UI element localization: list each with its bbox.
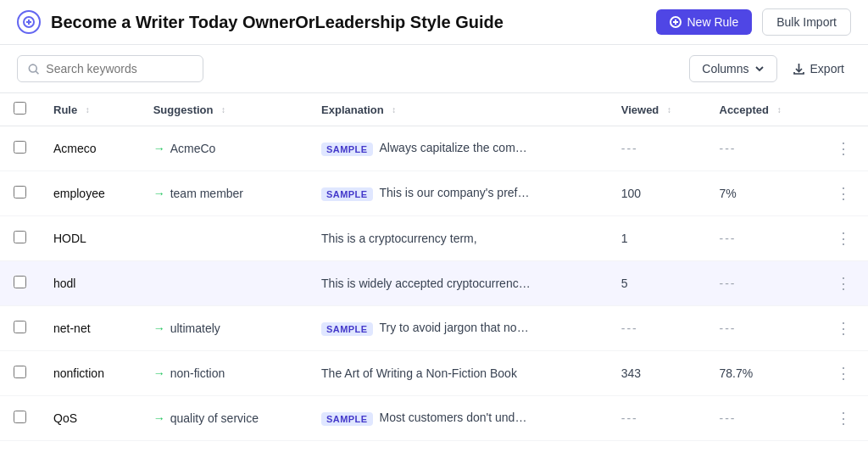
search-input[interactable] xyxy=(46,62,192,75)
row-checkbox-cell[interactable] xyxy=(0,396,40,441)
viewed-sort-icon[interactable]: ↕ xyxy=(667,106,671,115)
row-checkbox-cell[interactable] xyxy=(0,261,40,306)
select-all-cell[interactable] xyxy=(0,93,40,126)
explanation-text: Always capitalize the com… xyxy=(380,141,527,154)
col-rule-label: Rule xyxy=(53,103,77,116)
suggestion-cell: →quality of service xyxy=(140,396,308,441)
table-header-row: Rule ↕ Suggestion ↕ Explanation ↕ Viewed… xyxy=(0,93,868,126)
suggestion-text: AcmeCo xyxy=(170,142,216,155)
arrow-icon: → xyxy=(153,187,165,200)
svg-point-6 xyxy=(29,64,36,72)
explanation-cell: SAMPLEAlways capitalize the com… xyxy=(308,126,608,171)
search-icon xyxy=(28,63,39,75)
row-checkbox[interactable] xyxy=(14,411,26,423)
row-checkbox[interactable] xyxy=(14,276,26,288)
col-header-actions xyxy=(819,93,868,126)
table-row: net-net→ultimatelySAMPLETry to avoid jar… xyxy=(0,306,868,351)
row-actions-button[interactable]: ⋮ xyxy=(832,227,854,249)
new-rule-button[interactable]: New Rule xyxy=(656,9,752,35)
suggestion-sort-icon[interactable]: ↕ xyxy=(221,106,225,115)
rule-sort-icon[interactable]: ↕ xyxy=(86,106,90,115)
row-checkbox-cell[interactable] xyxy=(0,126,40,171)
row-checkbox-cell[interactable] xyxy=(0,306,40,351)
col-header-accepted[interactable]: Accepted ↕ xyxy=(706,93,820,126)
export-button[interactable]: Export xyxy=(786,56,851,81)
col-header-suggestion[interactable]: Suggestion ↕ xyxy=(140,93,308,126)
select-all-checkbox[interactable] xyxy=(14,102,26,115)
explanation-sort-icon[interactable]: ↕ xyxy=(392,106,396,115)
sample-badge: SAMPLE xyxy=(321,322,372,336)
viewed-cell: 5 xyxy=(608,261,706,306)
col-header-explanation[interactable]: Explanation ↕ xyxy=(308,93,608,126)
viewed-cell: 343 xyxy=(608,351,706,396)
action-cell[interactable]: ⋮ xyxy=(819,261,868,306)
sample-badge: SAMPLE xyxy=(321,187,372,201)
col-accepted-label: Accepted xyxy=(720,103,770,116)
sample-badge: SAMPLE xyxy=(321,143,372,156)
accepted-sort-icon[interactable]: ↕ xyxy=(777,106,782,115)
action-cell[interactable]: ⋮ xyxy=(819,171,868,216)
accepted-cell: --- xyxy=(706,306,820,351)
svg-line-7 xyxy=(36,71,38,74)
accepted-cell: --- xyxy=(706,216,820,261)
action-cell[interactable]: ⋮ xyxy=(819,351,868,396)
rule-cell: nonfiction xyxy=(40,351,140,396)
explanation-cell: The Art of Writing a Non-Fiction Book xyxy=(308,351,608,396)
viewed-cell: --- xyxy=(608,306,706,351)
table-row: hodlThis is widely accepted cryptocurren… xyxy=(0,261,868,306)
action-cell[interactable]: ⋮ xyxy=(819,126,868,171)
new-rule-label: New Rule xyxy=(687,15,738,29)
accepted-cell: --- xyxy=(706,396,820,441)
viewed-dashes: --- xyxy=(621,411,638,425)
export-label: Export xyxy=(810,62,844,75)
accepted-dashes: --- xyxy=(720,321,737,335)
col-viewed-label: Viewed xyxy=(621,103,659,116)
row-checkbox[interactable] xyxy=(14,186,26,198)
row-actions-button[interactable]: ⋮ xyxy=(832,272,854,294)
row-checkbox[interactable] xyxy=(14,141,26,154)
table-row: HODLThis is a cryptocurrency term,1---⋮ xyxy=(0,216,868,261)
viewed-cell: 100 xyxy=(608,171,706,216)
columns-button[interactable]: Columns xyxy=(689,55,776,82)
bulk-import-button[interactable]: Bulk Import xyxy=(762,8,851,36)
header-icon xyxy=(17,10,41,34)
page-header: Become a Writer Today OwnerOrLeadership … xyxy=(0,0,868,45)
row-checkbox-cell[interactable] xyxy=(0,216,40,261)
accepted-cell: 78.7% xyxy=(706,351,820,396)
page-title: Become a Writer Today OwnerOrLeadership … xyxy=(51,13,646,32)
row-actions-button[interactable]: ⋮ xyxy=(832,317,854,339)
rule-cell: HODL xyxy=(40,216,140,261)
search-box[interactable] xyxy=(17,55,203,82)
action-cell[interactable]: ⋮ xyxy=(819,396,868,441)
rule-cell: hodl xyxy=(40,261,140,306)
arrow-icon: → xyxy=(153,142,165,155)
explanation-text: This is widely accepted cryptocurrenc… xyxy=(321,277,531,290)
suggestion-cell: →team member xyxy=(140,171,308,216)
row-checkbox[interactable] xyxy=(14,231,26,243)
explanation-text: The Art of Writing a Non-Fiction Book xyxy=(321,366,517,380)
row-actions-button[interactable]: ⋮ xyxy=(832,137,854,159)
export-icon xyxy=(793,63,805,75)
suggestion-text: team member xyxy=(170,187,243,200)
sample-badge: SAMPLE xyxy=(321,412,372,426)
col-header-rule[interactable]: Rule ↕ xyxy=(40,93,140,126)
row-actions-button[interactable]: ⋮ xyxy=(832,407,854,429)
col-header-viewed[interactable]: Viewed ↕ xyxy=(608,93,706,126)
suggestion-cell xyxy=(140,216,308,261)
row-actions-button[interactable]: ⋮ xyxy=(832,182,854,204)
explanation-text: Most customers don't und… xyxy=(380,411,527,424)
row-checkbox-cell[interactable] xyxy=(0,351,40,396)
row-checkbox[interactable] xyxy=(14,366,26,378)
action-cell[interactable]: ⋮ xyxy=(819,306,868,351)
row-checkbox-cell[interactable] xyxy=(0,171,40,216)
row-actions-button[interactable]: ⋮ xyxy=(832,362,854,384)
explanation-cell: SAMPLEThis is our company's pref… xyxy=(308,171,608,216)
rules-table-wrapper: Rule ↕ Suggestion ↕ Explanation ↕ Viewed… xyxy=(0,93,868,441)
viewed-dashes: --- xyxy=(621,321,638,335)
arrow-icon: → xyxy=(153,366,165,380)
suggestion-text: non-fiction xyxy=(170,366,225,380)
accepted-dashes: --- xyxy=(720,142,737,155)
viewed-cell: --- xyxy=(608,126,706,171)
action-cell[interactable]: ⋮ xyxy=(819,216,868,261)
row-checkbox[interactable] xyxy=(14,321,26,333)
